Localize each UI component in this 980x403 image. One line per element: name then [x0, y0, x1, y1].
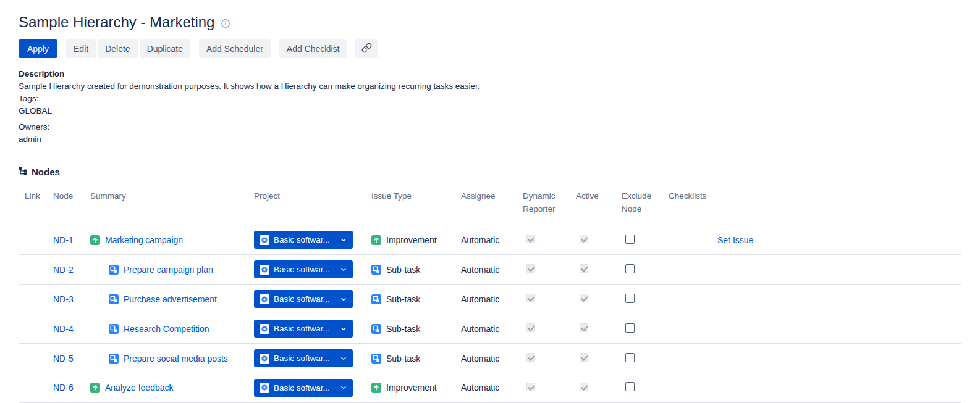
chevron-down-icon [340, 296, 347, 303]
summary-content: Analyze feedback [90, 383, 249, 393]
description-section: Description Sample Hierarchy created for… [19, 68, 961, 146]
project-select-value: Basic softwar... [274, 383, 336, 393]
table-row: ND-3 Purchase advertisement Basic softwa… [19, 285, 961, 314]
copy-link-button[interactable] [355, 39, 378, 58]
page-title: Sample Hierarchy - Marketing [19, 14, 214, 31]
project-avatar-icon [260, 235, 269, 245]
active-cell [576, 314, 622, 344]
issue-type-cell: Sub-task [371, 285, 461, 314]
link-cell [19, 225, 53, 255]
issue-type-cell: Improvement [371, 225, 461, 255]
toolbar: Apply Edit Delete Duplicate Add Schedule… [19, 39, 961, 58]
edit-button-group: Edit Delete Duplicate [66, 39, 190, 58]
page-header: Sample Hierarchy - Marketing [19, 0, 961, 31]
description-heading: Description [19, 68, 961, 80]
project-cell: Basic softwar... [254, 225, 371, 255]
summary-link[interactable]: Prepare campaign plan [124, 265, 213, 275]
duplicate-button[interactable]: Duplicate [140, 39, 190, 58]
summary-link[interactable]: Marketing campaign [105, 235, 183, 245]
summary-cell: Marketing campaign [90, 225, 254, 255]
delete-button[interactable]: Delete [98, 39, 137, 58]
issue-type-label: Improvement [386, 383, 437, 393]
project-select-value: Basic softwar... [274, 235, 336, 244]
exclude-node-checkbox[interactable] [625, 294, 635, 303]
project-cell: Basic softwar... [254, 285, 371, 314]
apply-button[interactable]: Apply [19, 39, 57, 58]
project-select-value: Basic softwar... [274, 354, 336, 363]
node-key-link[interactable]: ND-6 [53, 383, 74, 393]
link-cell [19, 344, 53, 373]
subtask-icon [109, 354, 119, 364]
project-avatar-icon [260, 265, 269, 275]
summary-cell: Analyze feedback [90, 373, 254, 403]
exclude-node-cell [622, 373, 669, 403]
nodes-heading-label: Nodes [32, 167, 60, 177]
exclude-node-cell [622, 314, 669, 344]
table-header-row: Link Node Summary Project Issue Type Ass… [19, 185, 961, 225]
node-key-link[interactable]: ND-2 [53, 265, 74, 275]
exclude-node-cell [622, 285, 669, 314]
project-select[interactable]: Basic softwar... [254, 349, 353, 367]
description-text: Sample Hierarchy created for demonstrati… [19, 80, 961, 93]
project-select-value: Basic softwar... [274, 294, 336, 304]
exclude-node-checkbox[interactable] [625, 382, 635, 391]
tags-label: Tags: [19, 93, 961, 105]
node-cell: ND-5 [53, 344, 90, 373]
dynamic-reporter-checkbox [526, 323, 535, 332]
checklists-cell [669, 255, 961, 285]
add-checklist-button[interactable]: Add Checklist [279, 39, 347, 58]
summary-link[interactable]: Prepare social media posts [124, 354, 228, 364]
hierarchy-icon [19, 167, 27, 177]
node-key-link[interactable]: ND-5 [53, 354, 74, 364]
summary-content: Purchase advertisement [90, 294, 249, 304]
active-checkbox [580, 323, 588, 332]
project-select[interactable]: Basic softwar... [254, 231, 353, 249]
table-row: ND-6 Analyze feedback Basic softwar... I… [19, 373, 961, 403]
active-cell [576, 373, 622, 403]
link-cell [19, 285, 53, 314]
assignee-cell: Automatic [461, 314, 523, 344]
subtask-icon [371, 294, 381, 304]
issue-type-cell: Sub-task [371, 344, 461, 373]
exclude-node-cell [622, 344, 669, 373]
column-header-summary: Summary [90, 185, 254, 225]
node-key-link[interactable]: ND-4 [53, 324, 74, 334]
summary-link[interactable]: Research Competition [124, 324, 209, 334]
summary-link[interactable]: Purchase advertisement [124, 294, 217, 304]
dynamic-reporter-cell [523, 344, 576, 373]
project-select[interactable]: Basic softwar... [254, 290, 353, 308]
dynamic-reporter-checkbox [526, 383, 535, 391]
checklists-cell [669, 285, 961, 314]
exclude-node-checkbox[interactable] [625, 323, 635, 333]
project-select[interactable]: Basic softwar... [254, 379, 353, 397]
add-scheduler-button[interactable]: Add Scheduler [199, 39, 271, 58]
project-select[interactable]: Basic softwar... [254, 260, 353, 278]
improvement-icon [90, 383, 100, 393]
node-key-link[interactable]: ND-1 [53, 235, 74, 245]
node-key-link[interactable]: ND-3 [53, 294, 74, 304]
issue-type-label: Sub-task [386, 324, 420, 334]
table-row: ND-2 Prepare campaign plan Basic softwar… [19, 255, 961, 285]
exclude-node-checkbox[interactable] [625, 353, 635, 362]
subtask-icon [371, 324, 381, 334]
active-cell [576, 225, 622, 255]
exclude-node-checkbox[interactable] [625, 264, 635, 273]
checklists-cell [669, 314, 961, 344]
assignee-cell: Automatic [461, 373, 523, 403]
summary-link[interactable]: Analyze feedback [105, 383, 174, 393]
exclude-node-cell [622, 255, 669, 285]
project-cell: Basic softwar... [254, 314, 371, 344]
set-issue-link[interactable]: Set Issue [717, 235, 753, 245]
column-header-checklists: Checklists [669, 185, 961, 225]
edit-button[interactable]: Edit [66, 39, 96, 58]
issue-type-cell: Sub-task [371, 314, 461, 344]
exclude-node-checkbox[interactable] [625, 235, 635, 244]
dynamic-reporter-cell [523, 285, 576, 314]
info-icon[interactable] [221, 19, 230, 28]
assignee-cell: Automatic [461, 225, 523, 255]
column-header-project: Project [254, 185, 371, 225]
chevron-down-icon [340, 236, 347, 244]
project-select[interactable]: Basic softwar... [254, 320, 353, 338]
chevron-down-icon [340, 325, 347, 333]
issue-type-cell: Improvement [371, 373, 461, 403]
